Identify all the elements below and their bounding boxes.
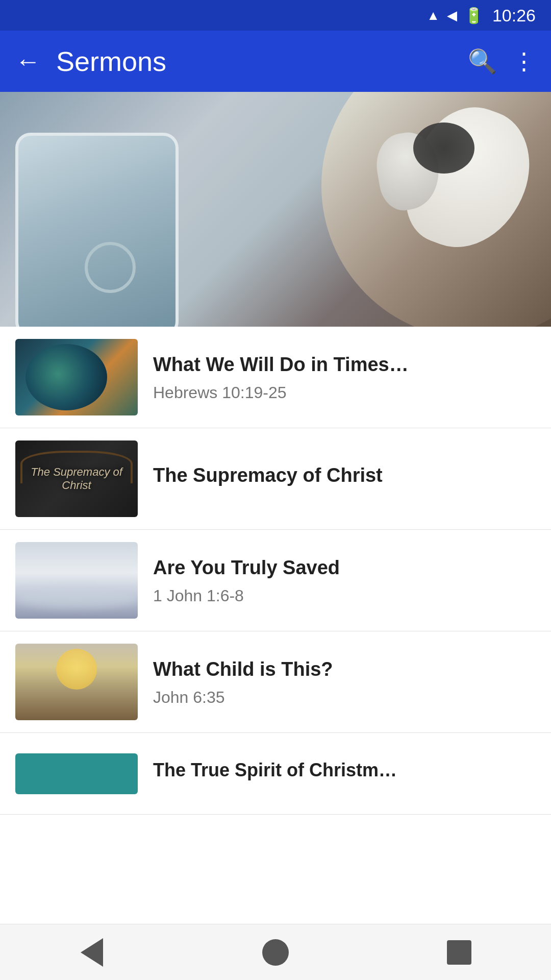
bottom-navigation <box>0 924 551 980</box>
status-time: 10:26 <box>492 6 536 26</box>
sermon-title: What We Will Do in Times… <box>153 352 536 377</box>
sermon-title: Are You Truly Saved <box>153 555 536 580</box>
battery-icon: 🔋 <box>464 7 483 24</box>
back-nav-icon <box>81 938 103 967</box>
sermon-title: The True Spirit of Christm… <box>153 758 536 782</box>
sermon-info: The Supremacy of Christ <box>153 463 536 494</box>
app-bar: ← Sermons 🔍 ⋮ <box>0 31 551 92</box>
sermon-item[interactable]: What We Will Do in Times… Hebrews 10:19-… <box>0 327 551 428</box>
sermon-item[interactable]: The True Spirit of Christm… <box>0 733 551 815</box>
search-button[interactable]: 🔍 <box>468 50 497 73</box>
hero-phone-graphic <box>15 133 179 327</box>
hero-earbud-tip <box>413 122 474 174</box>
nav-back-button[interactable] <box>66 932 117 973</box>
more-options-button[interactable]: ⋮ <box>512 50 536 73</box>
sermon-thumbnail <box>15 644 138 720</box>
sermon-title: The Supremacy of Christ <box>153 463 536 488</box>
recent-nav-icon <box>447 940 471 965</box>
sermon-thumbnail <box>15 339 138 415</box>
sermon-info: Are You Truly Saved 1 John 1:6-8 <box>153 555 536 605</box>
sermon-subtitle: 1 John 1:6-8 <box>153 586 536 605</box>
sermon-title: What Child is This? <box>153 657 536 682</box>
sermon-info: What Child is This? John 6:35 <box>153 657 536 707</box>
nav-home-button[interactable] <box>250 932 301 973</box>
status-bar: ▲ ◀ 🔋 10:26 <box>0 0 551 31</box>
signal-icon: ◀ <box>447 8 457 23</box>
home-nav-icon <box>262 939 289 966</box>
hero-image <box>0 92 551 327</box>
page-title: Sermons <box>56 45 453 77</box>
sermon-thumbnail: The Supremacy of Christ <box>15 440 138 517</box>
sermon-item[interactable]: Are You Truly Saved 1 John 1:6-8 <box>0 530 551 631</box>
wifi-icon: ▲ <box>427 8 440 23</box>
sermon-list: What We Will Do in Times… Hebrews 10:19-… <box>0 327 551 815</box>
sermon-info: The True Spirit of Christm… <box>153 758 536 789</box>
sermon-item[interactable]: What Child is This? John 6:35 <box>0 631 551 733</box>
nav-recent-button[interactable] <box>434 932 485 973</box>
back-button[interactable]: ← <box>15 48 41 74</box>
sermon-thumbnail <box>15 542 138 619</box>
hero-phone-circle <box>85 242 136 293</box>
sermon-info: What We Will Do in Times… Hebrews 10:19-… <box>153 352 536 402</box>
sermon-subtitle: Hebrews 10:19-25 <box>153 383 536 402</box>
sermon-subtitle: John 6:35 <box>153 688 536 707</box>
sermon-thumbnail <box>15 753 138 794</box>
sermon-item[interactable]: The Supremacy of Christ The Supremacy of… <box>0 428 551 530</box>
